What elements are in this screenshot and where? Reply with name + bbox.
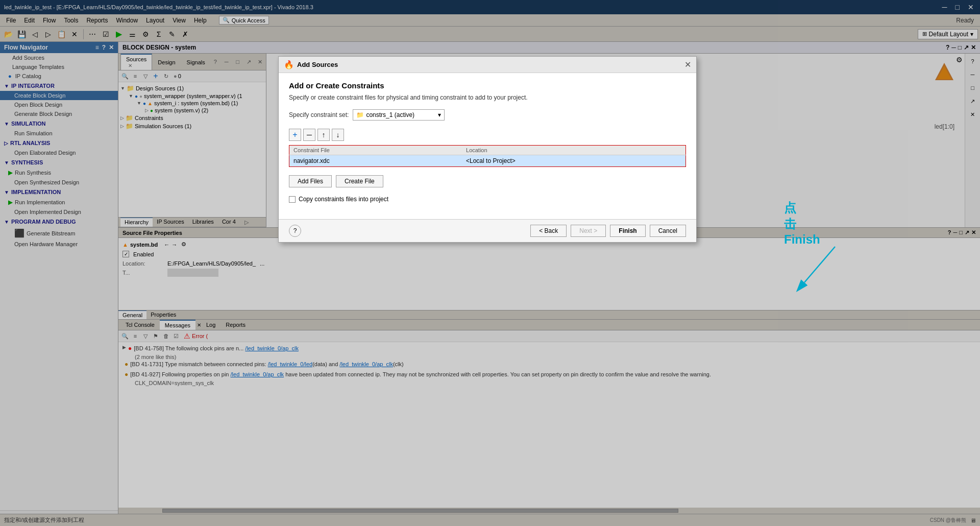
modal-move-up-btn[interactable]: ↑ bbox=[317, 129, 330, 141]
modal-remove-row-btn[interactable]: ─ bbox=[303, 129, 315, 141]
cell-file-name: navigator.xdc bbox=[289, 155, 462, 167]
modal-header: 🔥 Add Sources ✕ bbox=[279, 57, 696, 73]
modal-add-row-btn[interactable]: + bbox=[289, 129, 301, 141]
modal-description: Specify or create constraint files for p… bbox=[289, 94, 686, 101]
modal-move-down-btn[interactable]: ↓ bbox=[332, 129, 344, 141]
constraint-set-value: constrs_1 (active) bbox=[366, 111, 414, 118]
cell-location: <Local to Project> bbox=[462, 155, 685, 167]
modal-footer: ? < Back Next > Finish Cancel bbox=[279, 219, 696, 242]
annotation-text: 点击 Finish bbox=[784, 200, 788, 247]
modal-file-buttons: Add Files Create File bbox=[289, 175, 686, 187]
annotation: 点击 Finish bbox=[784, 200, 788, 293]
constraint-set-select[interactable]: 📁 constrs_1 (active) ▾ bbox=[353, 109, 445, 121]
create-file-button[interactable]: Create File bbox=[336, 175, 383, 187]
modal-overlay: 🔥 Add Sources ✕ Add or Create Constraint… bbox=[0, 0, 980, 526]
modal-body: Add or Create Constraints Specify or cre… bbox=[279, 73, 696, 219]
constraint-folder-icon: 📁 bbox=[356, 111, 364, 118]
modal-help-button[interactable]: ? bbox=[289, 225, 301, 237]
modal-section-title: Add or Create Constraints bbox=[289, 81, 686, 90]
modal-table-toolbar: + ─ ↑ ↓ bbox=[289, 129, 686, 141]
copy-checkbox-row: Copy constraints files into project bbox=[289, 196, 686, 203]
cancel-button[interactable]: Cancel bbox=[650, 225, 686, 237]
copy-checkbox[interactable] bbox=[289, 196, 296, 203]
constraint-dropdown-arrow: ▾ bbox=[438, 111, 441, 118]
modal-title: Add Sources bbox=[297, 61, 338, 68]
modal-footer-buttons: < Back Next > Finish Cancel bbox=[530, 225, 686, 237]
next-button[interactable]: Next > bbox=[571, 225, 606, 237]
col-constraint-file: Constraint File bbox=[289, 146, 462, 155]
modal-close-button[interactable]: ✕ bbox=[684, 60, 691, 69]
modal-icon: 🔥 bbox=[284, 60, 294, 69]
constraint-set-label: Specify constraint set: bbox=[289, 111, 349, 118]
col-location: Location bbox=[462, 146, 685, 155]
copy-label: Copy constraints files into project bbox=[299, 196, 388, 203]
constraint-table: Constraint File Location navigator.xdc <… bbox=[289, 145, 686, 167]
modal-title-row: 🔥 Add Sources bbox=[284, 60, 338, 69]
table-row-1[interactable]: navigator.xdc <Local to Project> bbox=[289, 155, 686, 167]
add-sources-modal: 🔥 Add Sources ✕ Add or Create Constraint… bbox=[278, 56, 697, 243]
add-files-button[interactable]: Add Files bbox=[289, 175, 332, 187]
constraint-set-row: Specify constraint set: 📁 constrs_1 (act… bbox=[289, 109, 686, 121]
back-button[interactable]: < Back bbox=[530, 225, 567, 237]
finish-button[interactable]: Finish bbox=[610, 225, 645, 237]
svg-line-3 bbox=[804, 247, 835, 282]
